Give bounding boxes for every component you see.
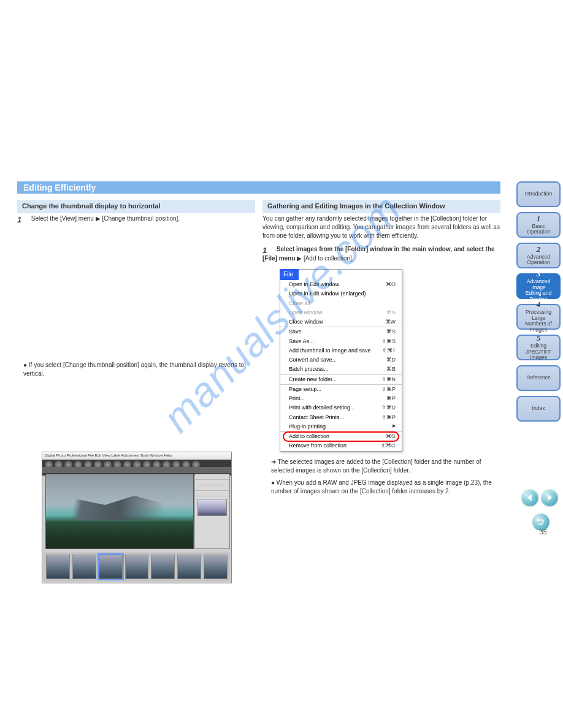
- nav-button[interactable]: 3Advanced ImageEditing and Printing: [516, 273, 561, 299]
- nav-button[interactable]: Introduction: [516, 181, 561, 207]
- file-menu-dropdown: File Open in Edit window⌘OOpen in Edit w…: [280, 269, 402, 452]
- col1-header-text: Change the thumbnail display to horizont…: [22, 202, 161, 210]
- menu-item-add-thumbnail-to-image-and-save[interactable]: Add thumbnail to image and save⇧⌘T: [280, 346, 402, 355]
- nav-button[interactable]: 1BasicOperation: [516, 212, 561, 238]
- menu-item-contact-sheet-prints[interactable]: Contact Sheet Prints...⇧⌘P: [280, 413, 402, 422]
- menu-item-open-in-edit-window[interactable]: Open in Edit window⌘O: [280, 280, 402, 289]
- menu-item-open-window: Open window⌘N: [280, 308, 402, 317]
- menu-item-page-setup[interactable]: Page setup...⇧⌘P: [280, 385, 402, 394]
- menu-item-close-window[interactable]: Close window⌘W: [280, 317, 402, 327]
- col1-body: 1 Select the [View] menu ▶ [Change thumb…: [17, 214, 255, 378]
- menu-item-print[interactable]: Print...⌘P: [280, 394, 402, 403]
- menu-item-remove-from-collection[interactable]: Remove from collection⇧⌘G: [280, 441, 402, 450]
- col2-intro: You can gather any randomly selected ima…: [262, 214, 500, 240]
- section-title-bar: Editing Efficiently: [17, 181, 500, 194]
- menu-item-convert-and-save[interactable]: Convert and save...⌘D: [280, 355, 402, 365]
- col2-step1-tail: ▶ [Add to collection].: [295, 255, 353, 262]
- sidebar-nav: Introduction1BasicOperation2AdvancedOper…: [516, 181, 561, 427]
- menu-item-open-in-edit-window-enlarged[interactable]: Open in Edit window (enlarged): [280, 289, 402, 298]
- file-menu-tab[interactable]: File: [280, 269, 299, 280]
- page-nav-arrows: [521, 489, 558, 506]
- col1-note-text: If you select [Change thumbnail position…: [23, 362, 244, 377]
- col2-bullet-1: When you add a RAW and JPEG image displa…: [271, 479, 492, 495]
- menu-item-plug-in-printing[interactable]: Plug-in printing: [280, 422, 402, 431]
- menu-item-save[interactable]: Save⌘S: [280, 327, 402, 336]
- nav-button[interactable]: 4Processing LargeNumbers ofImages: [516, 304, 561, 330]
- col2-header-text: Gathering and Editing Images in the Coll…: [267, 202, 445, 210]
- menu-item-print-with-detailed-setting[interactable]: Print with detailed setting...⇧⌘D: [280, 403, 402, 412]
- menu-item-batch-process[interactable]: Batch process...⌘B: [280, 365, 402, 374]
- next-page-button[interactable]: [541, 489, 558, 506]
- menu-item-create-new-folder[interactable]: Create new folder...⇧⌘N: [280, 375, 402, 384]
- col1-step1-text: Select the [View] menu ▶ [Change thumbna…: [31, 215, 180, 222]
- section-title: Editing Efficiently: [17, 183, 96, 192]
- menu-item-add-to-collection[interactable]: Add to collection⌘G: [280, 432, 402, 441]
- col2-header: Gathering and Editing Images in the Coll…: [262, 200, 500, 213]
- selected-thumb: [99, 555, 123, 579]
- nav-button[interactable]: Reference: [516, 365, 561, 391]
- step-number-1-col2: 1: [262, 245, 272, 254]
- col1-header: Change the thumbnail display to horizont…: [17, 200, 255, 213]
- preview-photo: [45, 474, 194, 549]
- col2-bullet-0: The selected images are added to the [Co…: [271, 458, 481, 474]
- mac-menubar: Digital Photo Professional File Edit Vie…: [42, 452, 231, 460]
- app-screenshot: Digital Photo Professional File Edit Vie…: [42, 452, 232, 583]
- nav-button[interactable]: Index: [516, 396, 561, 422]
- menu-item-save-as[interactable]: Save As...⇧⌘S: [280, 337, 402, 346]
- menu-item-close-all: Close all: [280, 299, 402, 308]
- page-number: 35: [540, 528, 547, 536]
- histogram: [197, 499, 227, 516]
- app-window-title: [42, 467, 231, 473]
- nav-button[interactable]: 5EditingJPEG/TIFFImages: [516, 335, 561, 360]
- nav-button[interactable]: 2AdvancedOperation: [516, 243, 561, 268]
- prev-page-button[interactable]: [521, 489, 538, 506]
- col2-body: You can gather any randomly selected ima…: [262, 214, 500, 502]
- thumbnail-strip: [44, 552, 230, 582]
- right-panel: [194, 474, 230, 549]
- col1-note: ●: [23, 362, 29, 368]
- step-number-1-col1: 1: [17, 214, 26, 224]
